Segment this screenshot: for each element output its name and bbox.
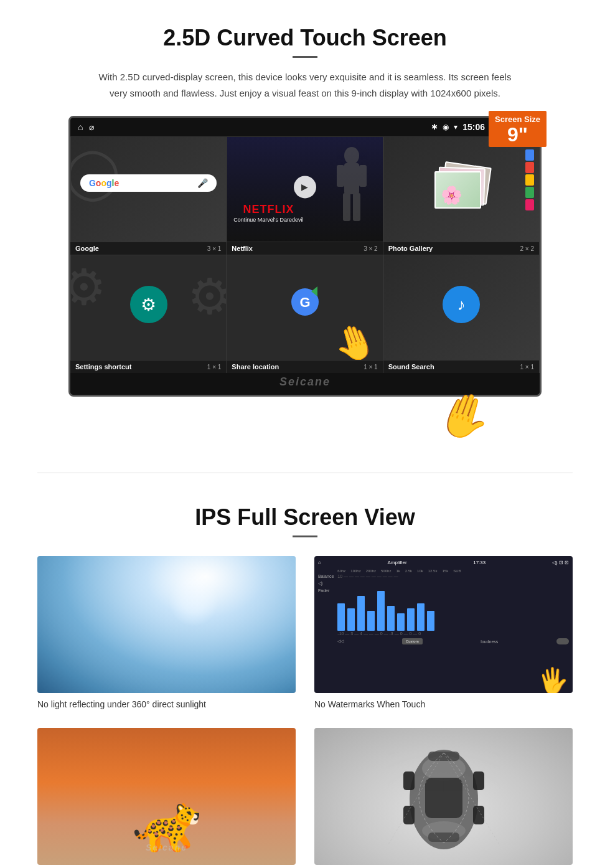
freq-10k: 10k	[417, 569, 423, 573]
settings-icon-circle[interactable]: ⚙	[130, 286, 167, 323]
svg-rect-12	[425, 778, 462, 818]
feature-car: Large Viewing Angle	[314, 728, 573, 868]
eq-bar-0[interactable]	[337, 603, 345, 631]
svg-rect-15	[403, 771, 415, 790]
svg-rect-1	[344, 163, 359, 194]
section-ips-full-screen: IPS Full Screen View No light reflecting…	[0, 492, 610, 868]
ips-title: IPS Full Screen View	[37, 504, 573, 531]
settings-label: Settings shortcut 1 × 1	[70, 361, 227, 373]
eq-speaker-icon: ◁)	[318, 581, 334, 586]
section-curved-touch-screen: 2.5D Curved Touch Screen With 2.5D curve…	[0, 0, 610, 454]
daredevil-silhouette	[333, 143, 370, 224]
gallery-label-name: Photo Gallery	[388, 245, 433, 252]
screen-wrapper: Screen Size 9" ⌂ ⌀ ✱ ◉ ▾ 15:06 ⊡ ◁) ⊠ ▭	[68, 116, 542, 441]
car-image-box	[314, 728, 573, 865]
car-top-view-svg	[388, 734, 500, 859]
eq-icons: ◁) ⊡ ⊡	[552, 560, 569, 565]
screen-size-badge: Screen Size 9"	[489, 111, 547, 147]
photo-card-front: 🌸	[434, 171, 481, 209]
share-label-name: Share location	[232, 363, 279, 370]
svg-rect-5	[353, 193, 360, 221]
sound-label-size: 1 × 1	[520, 364, 534, 370]
eq-bar-8[interactable]	[417, 603, 425, 631]
eq-scale-bottom: -10 — 3 — 4 — — — 0 — -3 — 0 — 0 — 0	[337, 631, 569, 636]
home-icon[interactable]: ⌂	[78, 122, 83, 132]
feature-sunlight: No light reflecting under 360° direct su…	[37, 556, 296, 709]
google-app-cell[interactable]: ◯ Google 🎤	[70, 136, 227, 242]
location-icon: ◉	[443, 123, 449, 131]
section-description: With 2.5D curved-display screen, this de…	[93, 69, 517, 101]
status-left: ⌂ ⌀	[78, 122, 94, 132]
gallery-cell-bg: 🌸	[384, 137, 539, 242]
gallery-label: Photo Gallery 2 × 2	[383, 242, 540, 255]
hand-pointing-area: 🤚	[68, 390, 542, 441]
eq-loudness-toggle[interactable]	[556, 638, 569, 644]
freq-100: 100hz	[350, 569, 360, 573]
screen-size-label: Screen Size	[495, 115, 540, 124]
settings-label-name: Settings shortcut	[75, 363, 131, 370]
svg-rect-2	[337, 165, 344, 187]
netflix-app-cell[interactable]: ▶ NETFLIX Continue Marvel's Daredevil	[227, 136, 383, 242]
svg-rect-3	[359, 165, 367, 187]
freq-2k5: 2.5k	[405, 569, 412, 573]
gallery-app-cell[interactable]: 🌸	[383, 136, 540, 242]
bluetooth-icon: ✱	[431, 123, 438, 131]
netflix-logo-text: NETFLIX	[233, 203, 303, 216]
cheetah-bg: 🐆 Seicane	[37, 728, 296, 865]
svg-rect-17	[473, 771, 484, 790]
title-divider	[293, 56, 317, 58]
eq-custom-button[interactable]: Custom	[402, 638, 423, 644]
eq-bar-4[interactable]	[377, 591, 385, 631]
sunlight-image-box	[37, 556, 296, 693]
eq-bar-6[interactable]	[397, 613, 405, 631]
photo-stack: 🌸	[433, 161, 489, 217]
eq-fader-label: Fader	[318, 588, 334, 593]
section-divider-line	[37, 473, 573, 473]
app-labels-top: Google 3 × 1 Netflix 3 × 2 Photo Gallery…	[70, 242, 540, 255]
eq-content: Balance ◁) Fader 60hz 100hz 200hz 500hz	[318, 568, 569, 689]
cheetah-image-box: 🐆 Seicane	[37, 728, 296, 865]
settings-app-cell[interactable]: ⚙ ⚙ ⚙	[70, 255, 227, 361]
car-bg	[314, 728, 573, 865]
freq-15k: 15k	[442, 569, 448, 573]
google-cell-bg: ◯ Google 🎤	[71, 137, 226, 242]
equalizer-image-box: ⌂ Amplifier 17:33 ◁) ⊡ ⊡ Balance ◁) Fade…	[314, 556, 573, 693]
eq-scale: 10 — — — — — — — — — —	[337, 574, 569, 578]
eq-bar-2[interactable]	[357, 596, 365, 631]
ghost-settings-icon: ⚙	[71, 258, 106, 316]
netflix-play-button[interactable]: ▶	[294, 176, 316, 198]
eq-home-icon: ⌂	[318, 560, 321, 565]
eq-bar-5[interactable]	[387, 606, 395, 631]
sound-label: Sound Search 1 × 1	[383, 361, 540, 373]
eq-arrow-left[interactable]: ◁◁	[337, 639, 344, 644]
sound-search-app-cell[interactable]: ♪	[383, 255, 540, 361]
sound-search-icon-circle[interactable]: ♪	[443, 286, 480, 323]
share-label-size: 1 × 1	[364, 364, 378, 370]
google-label-name: Google	[75, 245, 99, 252]
svg-point-0	[344, 147, 359, 164]
svg-rect-16	[403, 806, 415, 824]
google-label: Google 3 × 1	[70, 242, 227, 255]
eq-bar-3[interactable]	[367, 611, 375, 631]
ips-title-divider	[293, 535, 317, 537]
sound-cell-bg: ♪	[384, 255, 539, 360]
svg-rect-18	[473, 806, 484, 824]
eq-sidebar: Balance ◁) Fader	[318, 568, 334, 689]
mic-icon[interactable]: 🎤	[197, 178, 208, 188]
eq-bar-7[interactable]	[407, 608, 415, 631]
share-location-app-cell[interactable]: G 🤚	[227, 255, 383, 361]
app-grid-top: ◯ Google 🎤	[70, 136, 540, 242]
app-labels-bottom: Settings shortcut 1 × 1 Share location 1…	[70, 361, 540, 373]
eq-bar-9[interactable]	[427, 611, 434, 631]
share-label: Share location 1 × 1	[227, 361, 383, 373]
eq-bars-area: 60hz 100hz 200hz 500hz 1k 2.5k 10k 12.5k…	[337, 568, 569, 689]
eq-loudness-label: loudness	[481, 639, 498, 644]
seicane-cheetah-watermark: Seicane	[146, 842, 187, 852]
sound-label-name: Sound Search	[388, 363, 434, 370]
freq-200: 200hz	[366, 569, 376, 573]
equalizer-screen: ⌂ Amplifier 17:33 ◁) ⊡ ⊡ Balance ◁) Fade…	[314, 556, 573, 693]
sunlight-caption: No light reflecting under 360° direct su…	[37, 699, 296, 709]
eq-bar-1[interactable]	[347, 608, 355, 631]
app-grid-bottom: ⚙ ⚙ ⚙ G	[70, 255, 540, 361]
netflix-logo-area: NETFLIX Continue Marvel's Daredevil	[233, 203, 303, 223]
